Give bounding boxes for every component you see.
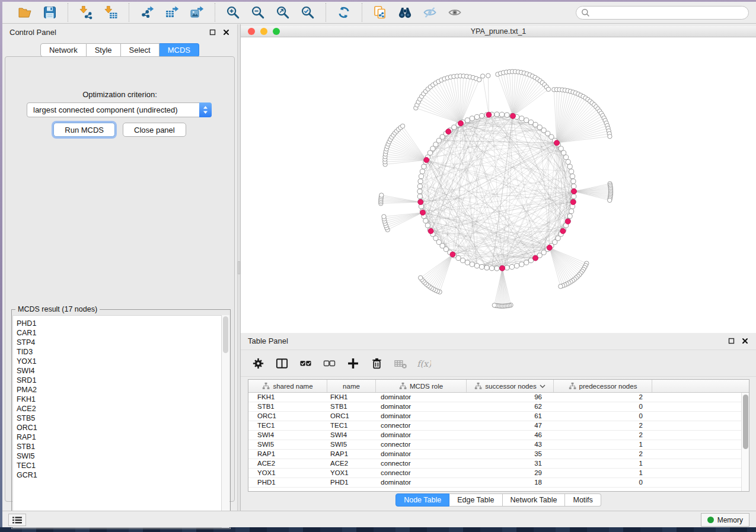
- network-canvas[interactable]: [241, 37, 756, 333]
- dropdown-spinner-icon: [199, 102, 212, 117]
- table-row[interactable]: SWI5SWI5connector431: [248, 440, 749, 450]
- save-session-icon[interactable]: [42, 5, 58, 20]
- mcds-result-item[interactable]: CAR1: [13, 328, 229, 338]
- table-cell: SWI4: [248, 431, 327, 440]
- table-cell: ACE2: [327, 459, 376, 468]
- table-cell: dominator: [376, 412, 467, 421]
- export-image-icon[interactable]: [189, 5, 205, 20]
- mcds-result-item[interactable]: SWI4: [13, 366, 229, 376]
- mcds-result-item[interactable]: PMA2: [13, 385, 229, 395]
- close-panel-button[interactable]: Close panel: [123, 123, 186, 137]
- tab-network-table[interactable]: Network Table: [503, 493, 566, 507]
- float-panel-icon[interactable]: [208, 28, 216, 36]
- close-table-panel-icon[interactable]: [741, 336, 749, 345]
- search-input[interactable]: [576, 6, 749, 20]
- mcds-result-item[interactable]: STB5: [13, 414, 229, 423]
- show-all-icon[interactable]: [447, 5, 462, 20]
- copy-network-icon[interactable]: [372, 5, 388, 20]
- table-row[interactable]: TEC1TEC1connector472: [248, 421, 749, 431]
- column-header-shared-name[interactable]: shared name: [248, 380, 327, 392]
- zoom-fit-icon[interactable]: [275, 5, 291, 20]
- mcds-result-item[interactable]: STP4: [13, 338, 229, 347]
- column-header-predecessor-nodes[interactable]: predecessor nodes: [554, 380, 652, 392]
- table-row[interactable]: ORC1ORC1dominator610: [248, 412, 749, 421]
- mcds-result-item[interactable]: FKH1: [13, 395, 229, 404]
- close-panel-icon[interactable]: [222, 28, 230, 36]
- table-cell: 61: [467, 412, 554, 421]
- mcds-result-item[interactable]: PHD1: [13, 319, 229, 328]
- float-table-panel-icon[interactable]: [727, 336, 735, 345]
- mcds-result-item[interactable]: SWI5: [13, 451, 229, 461]
- mcds-result-item[interactable]: ORC1: [13, 423, 229, 432]
- table-scrollbar[interactable]: [741, 393, 749, 491]
- table-row[interactable]: ACE2ACE2connector311: [248, 459, 749, 469]
- table-settings-icon[interactable]: [250, 355, 266, 371]
- zoom-out-icon[interactable]: [250, 5, 266, 20]
- toggle-panel-icon[interactable]: [274, 355, 289, 371]
- tab-node-table[interactable]: Node Table: [395, 493, 449, 507]
- add-column-icon[interactable]: [345, 355, 361, 371]
- table-cell: 1: [554, 469, 652, 477]
- hide-selected-icon[interactable]: [422, 5, 438, 20]
- network-window-titlebar[interactable]: YPA_prune.txt_1: [241, 26, 756, 37]
- zoom-selected-icon[interactable]: [300, 5, 315, 20]
- import-network-icon[interactable]: [78, 5, 94, 20]
- table-cell: ORC1: [327, 412, 376, 421]
- table-row[interactable]: RAP1RAP1dominator352: [248, 450, 749, 459]
- network-graph: [241, 37, 756, 333]
- table-row[interactable]: FKH1FKH1dominator962: [248, 393, 749, 402]
- close-window-icon[interactable]: [248, 28, 255, 35]
- deselect-all-icon[interactable]: [321, 355, 337, 371]
- criterion-dropdown[interactable]: largest connected component (undirected): [27, 102, 212, 117]
- tab-style[interactable]: Style: [87, 43, 121, 57]
- export-table-icon[interactable]: [164, 5, 180, 20]
- table-cell: dominator: [376, 402, 467, 411]
- mcds-result-item[interactable]: RAP1: [13, 432, 229, 442]
- select-all-icon[interactable]: [298, 355, 313, 371]
- run-mcds-button[interactable]: Run MCDS: [53, 123, 115, 137]
- table-cell: FKH1: [248, 393, 327, 402]
- mcds-list-scrollbar[interactable]: [221, 315, 229, 528]
- table-row[interactable]: SWI4SWI4dominator462: [248, 431, 749, 440]
- tab-edge-table[interactable]: Edge Table: [449, 493, 502, 507]
- table-cell: 43: [467, 440, 554, 449]
- delete-column-icon[interactable]: [369, 355, 384, 371]
- table-scrollbar-thumb[interactable]: [743, 395, 748, 449]
- mcds-result-title: MCDS result (17 nodes): [15, 305, 100, 313]
- table-row[interactable]: STB1STB1dominator620: [248, 402, 749, 412]
- table-cell: PHD1: [327, 478, 376, 487]
- mcds-result-item[interactable]: STB1: [13, 442, 229, 451]
- import-table-icon[interactable]: [103, 5, 119, 20]
- mcds-result-item[interactable]: GCR1: [13, 470, 229, 480]
- tab-motifs[interactable]: Motifs: [565, 493, 601, 507]
- table-row[interactable]: YOX1YOX1connector291: [248, 469, 749, 478]
- mcds-result-item[interactable]: SRD1: [13, 376, 229, 385]
- tab-network[interactable]: Network: [40, 43, 87, 57]
- column-header-MCDS-role[interactable]: MCDS role: [376, 380, 467, 392]
- refresh-layout-icon[interactable]: [336, 5, 352, 20]
- panel-menu-button[interactable]: [8, 514, 26, 526]
- main-toolbar: [2, 2, 756, 24]
- mcds-result-item[interactable]: TEC1: [13, 461, 229, 470]
- column-header-successor-nodes[interactable]: successor nodes: [467, 380, 554, 392]
- tab-mcds[interactable]: MCDS: [160, 43, 199, 57]
- mcds-result-item[interactable]: ACE2: [13, 404, 229, 414]
- minimize-window-icon[interactable]: [260, 28, 267, 35]
- mcds-result-item[interactable]: TID3: [13, 347, 229, 357]
- maximize-window-icon[interactable]: [273, 28, 280, 35]
- table-row[interactable]: PHD1PHD1dominator180: [248, 478, 749, 488]
- memory-button[interactable]: Memory: [701, 513, 749, 527]
- export-network-icon[interactable]: [139, 5, 155, 20]
- table-cell: 2: [554, 431, 652, 440]
- first-neighbors-icon[interactable]: [397, 5, 413, 20]
- tab-select[interactable]: Select: [121, 43, 160, 57]
- network-window-title: YPA_prune.txt_1: [241, 27, 756, 36]
- table-cell: 31: [467, 459, 554, 468]
- open-file-icon[interactable]: [17, 5, 33, 20]
- zoom-in-icon[interactable]: [225, 5, 241, 20]
- splitter-handle-icon[interactable]: [238, 261, 240, 274]
- table-cell: 1: [554, 440, 652, 449]
- control-panel: Control Panel NetworkStyleSelectMCDS Opt…: [2, 24, 237, 511]
- column-header-name[interactable]: name: [327, 380, 376, 392]
- mcds-result-item[interactable]: YOX1: [13, 357, 229, 366]
